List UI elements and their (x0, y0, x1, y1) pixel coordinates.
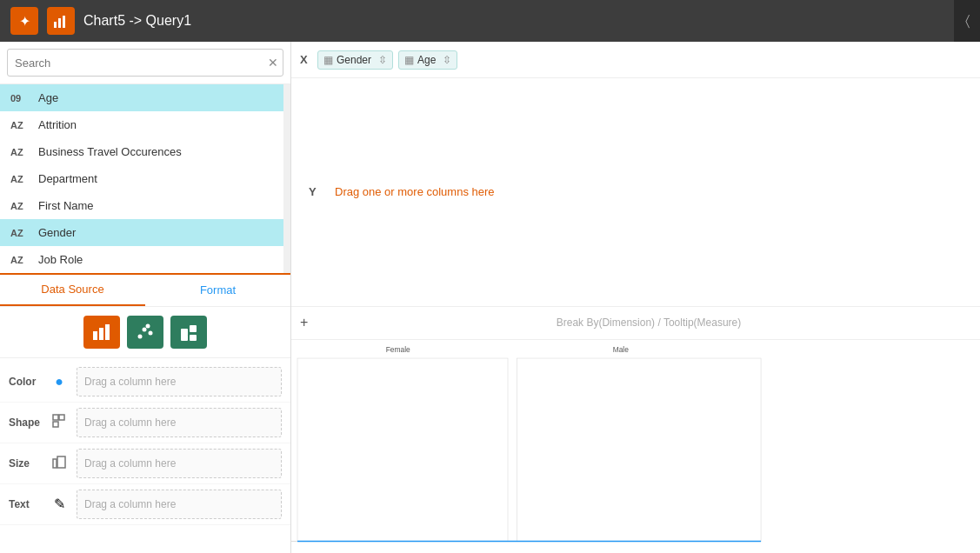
field-type-badge: AZ (10, 120, 31, 130)
svg-rect-11 (190, 325, 197, 332)
pill-icon: ▦ (323, 54, 333, 66)
text-drop-zone[interactable]: Drag a column here (77, 490, 282, 519)
right-panel: X ▦ Gender ⇳ ▦ Age ⇳ Y Drag one or more … (291, 42, 980, 553)
shape-drop-zone[interactable]: Drag a column here (77, 408, 282, 437)
field-type-badge: AZ (10, 201, 31, 211)
chart-svg: Female Male (291, 340, 980, 554)
app-logo-icon: ✦ (10, 7, 38, 35)
chart-area: Female Male (291, 340, 980, 554)
svg-rect-16 (53, 422, 58, 427)
shape-channel-row: Shape Drag a column here (0, 403, 290, 443)
tab-format[interactable]: Format (145, 275, 290, 306)
svg-rect-1 (58, 18, 61, 28)
field-name: Attrition (38, 118, 77, 131)
x-pill-gender[interactable]: ▦ Gender ⇳ (317, 50, 393, 70)
search-input[interactable] (7, 49, 283, 77)
svg-point-7 (143, 327, 147, 331)
shape-icon (49, 413, 70, 432)
female-label: Female (386, 345, 410, 354)
search-area: ✕ (0, 42, 290, 84)
svg-rect-4 (99, 328, 103, 340)
field-type-badge: AZ (10, 228, 31, 238)
chart-type-icon (47, 7, 75, 35)
svg-point-8 (149, 330, 153, 335)
field-name: Age (38, 91, 58, 104)
pill-icon-age: ▦ (404, 54, 414, 66)
bar-chart-button[interactable] (83, 316, 120, 349)
tabs-area: Data Source Format (0, 273, 290, 307)
x-axis-label: X (300, 53, 317, 66)
pill-label-age: Age (417, 54, 436, 66)
field-type-badge: AZ (10, 174, 31, 184)
field-type-badge: AZ (10, 255, 31, 265)
breakby-row: + Break By(Dimension) / Tooltip(Measure) (291, 307, 980, 340)
field-item-attrition[interactable]: AZ Attrition (0, 111, 283, 138)
scatter-chart-button[interactable] (127, 316, 163, 349)
tab-data-source[interactable]: Data Source (0, 275, 145, 306)
search-close-button[interactable]: ✕ (268, 56, 278, 70)
app-header: ✦ Chart5 -> Query1 〈 (0, 0, 980, 42)
shape-channel-label: Shape (9, 416, 42, 429)
color-channel-label: Color (9, 376, 42, 388)
field-name: Job Role (38, 253, 83, 266)
field-item-age[interactable]: 09 Age (0, 84, 283, 111)
color-drop-zone[interactable]: Drag a column here (77, 367, 282, 396)
scrollbar[interactable] (283, 84, 290, 273)
field-name: Department (38, 172, 97, 185)
svg-rect-3 (93, 331, 97, 340)
svg-rect-12 (181, 335, 188, 341)
svg-rect-20 (297, 358, 508, 541)
svg-rect-21 (517, 358, 762, 541)
left-panel: ✕ 09 Age AZ Attrition AZ Business Travel… (0, 42, 291, 553)
field-item-first-name[interactable]: AZ First Name (0, 192, 283, 219)
size-channel-label: Size (9, 457, 42, 470)
male-label: Male (613, 345, 630, 354)
svg-rect-10 (181, 329, 188, 336)
y-axis-label: Y (309, 185, 326, 198)
encoding-channels: Color ● Drag a column here Shape Drag (0, 358, 290, 554)
y-axis-row[interactable]: Y Drag one or more columns here (291, 78, 980, 307)
svg-rect-15 (59, 415, 64, 420)
sort-icon-age[interactable]: ⇳ (443, 54, 451, 66)
size-drop-zone[interactable]: Drag a column here (77, 449, 282, 478)
svg-rect-14 (53, 415, 58, 420)
color-channel-row: Color ● Drag a column here (0, 362, 290, 403)
svg-rect-2 (63, 16, 65, 28)
breakby-text: Break By(Dimension) / Tooltip(Measure) (326, 316, 971, 329)
field-type-badge: 09 (10, 93, 31, 103)
field-name: Business Travel Occurences (38, 145, 182, 158)
field-name: First Name (38, 199, 94, 212)
svg-rect-0 (54, 22, 57, 28)
field-list: 09 Age AZ Attrition AZ Business Travel O… (0, 84, 283, 273)
sort-icon[interactable]: ⇳ (378, 54, 387, 66)
x-axis-row: X ▦ Gender ⇳ ▦ Age ⇳ (291, 42, 980, 78)
x-axis-pills: ▦ Gender ⇳ ▦ Age ⇳ (317, 50, 971, 70)
text-channel-row: Text ✎ Drag a column here (0, 484, 290, 525)
collapse-icon[interactable]: 〈 (954, 0, 980, 42)
field-type-badge: AZ (10, 147, 31, 157)
field-item-business-travel-occurences[interactable]: AZ Business Travel Occurences (0, 138, 283, 165)
svg-point-9 (146, 323, 150, 328)
text-edit-icon: ✎ (49, 496, 70, 512)
field-name: Gender (38, 226, 76, 239)
size-icon (49, 454, 70, 473)
page-title: Chart5 -> Query1 (83, 13, 191, 29)
pill-label-gender: Gender (337, 54, 371, 66)
y-drop-text: Drag one or more columns here (335, 185, 495, 198)
breakby-plus: + (300, 315, 317, 330)
svg-rect-5 (105, 324, 110, 340)
field-item-department[interactable]: AZ Department (0, 165, 283, 192)
x-pill-age[interactable]: ▦ Age ⇳ (398, 50, 457, 70)
svg-rect-13 (190, 335, 197, 341)
svg-rect-17 (53, 459, 57, 468)
mark-types-row (0, 307, 290, 358)
color-icon: ● (49, 374, 70, 390)
size-channel-row: Size Drag a column here (0, 443, 290, 484)
svg-point-6 (138, 334, 143, 338)
svg-rect-18 (57, 456, 65, 468)
field-item-gender[interactable]: AZ Gender (0, 219, 283, 246)
text-channel-label: Text (9, 498, 42, 510)
line-chart-button[interactable] (170, 316, 207, 349)
field-item-job-role[interactable]: AZ Job Role (0, 246, 283, 273)
main-layout: ✕ 09 Age AZ Attrition AZ Business Travel… (0, 42, 980, 553)
